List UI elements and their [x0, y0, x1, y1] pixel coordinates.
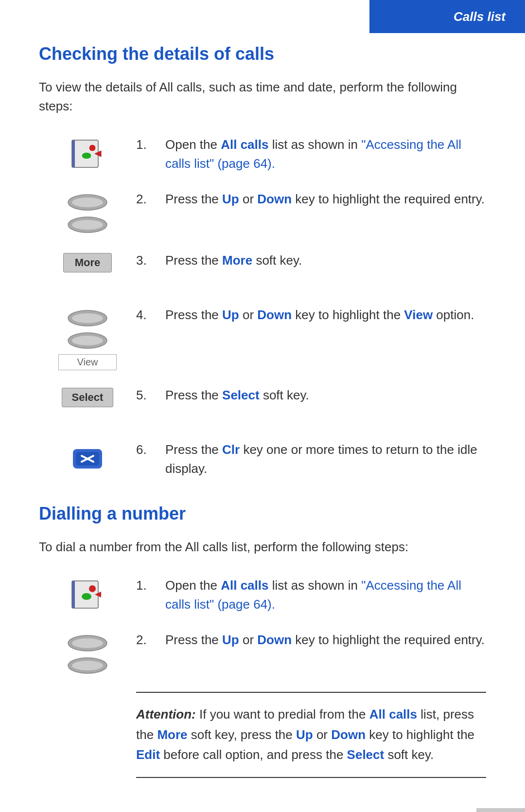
svg-point-9 — [72, 198, 103, 207]
step-row: 2. Press the Up or Down key to highlight… — [39, 631, 486, 676]
step-number: 3. — [136, 251, 165, 268]
nav-view-group: View — [58, 307, 117, 370]
step-row: 1. Open the All calls list as shown in "… — [39, 576, 486, 615]
step-number: 5. — [136, 386, 165, 403]
svg-point-23 — [82, 593, 91, 600]
section1-intro: To view the details of All calls, such a… — [39, 78, 486, 116]
step-number: 2. — [136, 190, 165, 207]
more-softkey-icon: More — [39, 251, 136, 272]
step-row: 2. Press the Up or Down key to highlight… — [39, 190, 486, 235]
svg-point-11 — [72, 220, 103, 230]
step-text: Press the Clr key one or more times to r… — [165, 440, 486, 478]
view-label: View — [58, 354, 117, 370]
nav-keys-icon — [39, 190, 136, 235]
header-bar: Calls list — [369, 0, 525, 33]
step-row: Select 5. Press the Select soft key. — [39, 386, 486, 425]
svg-rect-1 — [72, 140, 75, 167]
more-button-visual: More — [63, 253, 112, 272]
svg-point-22 — [89, 585, 96, 592]
step-number: 1. — [136, 135, 165, 152]
step-row: View 4. Press the Up or Down key to high… — [39, 306, 486, 370]
step-text: Open the All calls list as shown in "Acc… — [165, 135, 486, 173]
step-row: 1. Open the All calls list as shown in "… — [39, 135, 486, 174]
attention-text: Attention: If you want to predial from t… — [136, 704, 486, 765]
nav-keys-icon — [39, 631, 136, 676]
step-number: 2. — [136, 631, 165, 648]
select-softkey-icon: Select — [39, 386, 136, 407]
step-number: 1. — [136, 576, 165, 593]
svg-point-15 — [72, 336, 103, 345]
step-text: Press the Select soft key. — [165, 386, 486, 405]
section2-steps: 1. Open the All calls list as shown in "… — [39, 576, 486, 778]
step-text: Press the More soft key. — [165, 251, 486, 270]
step-text: Open the All calls list as shown in "Acc… — [165, 576, 486, 614]
header-label: Calls list — [454, 9, 506, 24]
nav-keys-view-icon: View — [39, 306, 136, 370]
phonebook-icon — [39, 576, 136, 611]
phonebook-icon — [39, 135, 136, 170]
svg-rect-21 — [72, 581, 75, 608]
step-number: 4. — [136, 306, 165, 323]
step-text: Press the Up or Down key to highlight th… — [165, 631, 486, 650]
clr-key-icon — [39, 440, 136, 475]
step-text: Press the Up or Down key to highlight th… — [165, 190, 486, 209]
step-row: More 3. Press the More soft key. — [39, 251, 486, 290]
step-text: Press the Up or Down key to highlight th… — [165, 306, 486, 325]
section1-steps: 1. Open the All calls list as shown in "… — [39, 135, 486, 479]
page-number: 65 — [476, 808, 525, 812]
svg-point-26 — [72, 638, 103, 648]
select-button-visual: Select — [62, 388, 114, 407]
svg-point-13 — [72, 313, 103, 323]
section2-intro: To dial a number from the All calls list… — [39, 538, 486, 557]
page-content: Checking the details of calls To view th… — [0, 0, 525, 812]
step-row: 6. Press the Clr key one or more times t… — [39, 440, 486, 479]
attention-box: Attention: If you want to predial from t… — [136, 692, 486, 778]
section1-title: Checking the details of calls — [39, 44, 486, 64]
step-number: 6. — [136, 440, 165, 457]
svg-point-28 — [72, 661, 103, 670]
section2-title: Dialling a number — [39, 504, 486, 524]
